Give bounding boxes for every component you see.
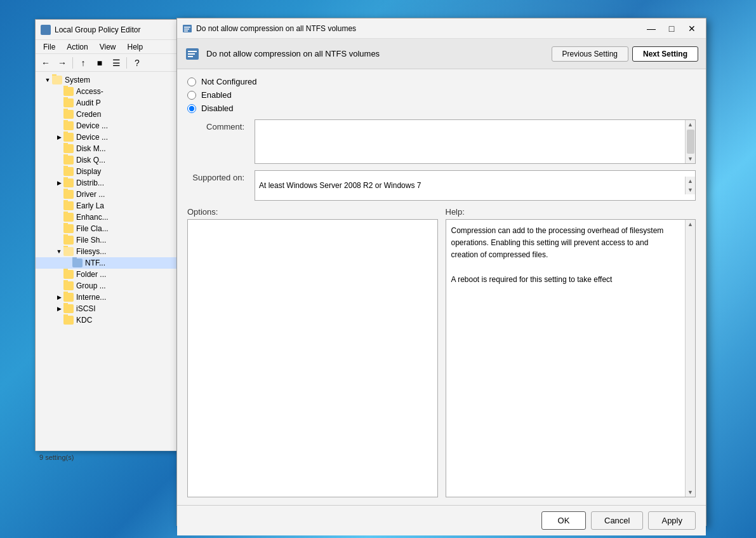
tree-label-kdc: KDC: [76, 316, 92, 325]
dialog-nav-buttons: Previous Setting Next Setting: [552, 46, 698, 62]
folder-icon-creden: [63, 110, 74, 119]
policy-dialog: Do not allow compression on all NTFS vol…: [176, 18, 706, 526]
close-button[interactable]: ✕: [683, 22, 701, 36]
up-button[interactable]: ↑: [76, 56, 91, 70]
dialog-header-title: Do not allow compression on all NTFS vol…: [206, 49, 545, 58]
folder-icon-device1: [63, 121, 74, 130]
folder-icon-filecla: [63, 224, 74, 233]
supported-scroll-up[interactable]: ▲: [686, 177, 695, 185]
options-label: Options:: [187, 207, 438, 217]
folder-icon-iscsi: [63, 304, 74, 313]
dialog-header: Do not allow compression on all NTFS vol…: [177, 39, 706, 69]
comment-section: Comment: ▲ ▼: [187, 119, 696, 164]
tree-label-diskm: Disk M...: [76, 144, 106, 153]
tree-label-system: System: [65, 76, 90, 84]
tree-label-filecla: File Cla...: [76, 224, 109, 233]
comment-label: Comment:: [187, 119, 244, 131]
supported-text: At least Windows Server 2008 R2 or Windo…: [255, 178, 685, 192]
maximize-button[interactable]: □: [663, 22, 680, 36]
tree-label-folder: Folder ...: [76, 270, 106, 279]
gpe-title: Local Group Policy Editor: [55, 25, 140, 34]
tree-label-access: Access-: [76, 87, 103, 96]
folder-icon-system: [52, 76, 62, 84]
tree-label-filesh: File Sh...: [76, 236, 106, 245]
radio-not-configured[interactable]: [187, 77, 196, 86]
tree-label-early: Early La: [76, 201, 104, 210]
radio-row-not-configured: Not Configured: [187, 77, 696, 86]
radio-row-disabled: Disabled: [187, 104, 696, 113]
folder-icon-access: [63, 87, 74, 96]
supported-section: Supported on: At least Windows Server 20…: [187, 170, 696, 201]
options-help-section: Options: Help: Compression can add to th…: [187, 207, 696, 497]
scroll-up-arrow[interactable]: ▲: [686, 120, 695, 129]
options-panel: Options:: [187, 207, 438, 497]
back-button[interactable]: ←: [38, 56, 53, 70]
folder-icon-distrib: [63, 178, 74, 187]
options-box[interactable]: [187, 219, 438, 497]
show-hide-tree[interactable]: ■: [92, 56, 107, 70]
help-line1: Compression can add to the processing ov…: [451, 226, 664, 235]
folder-icon-driver: [63, 190, 74, 199]
toolbar-sep1: [72, 57, 73, 69]
comment-scrollbar: ▲ ▼: [685, 120, 695, 163]
menu-file[interactable]: File: [38, 41, 60, 53]
prev-setting-button[interactable]: Previous Setting: [552, 46, 628, 62]
menu-help[interactable]: Help: [123, 41, 149, 53]
svg-rect-7: [188, 56, 193, 57]
svg-rect-2: [184, 29, 189, 30]
tree-label-enhanc: Enhanc...: [76, 213, 109, 222]
help-scroll-down[interactable]: ▼: [686, 488, 695, 497]
scroll-down-arrow[interactable]: ▼: [686, 154, 695, 163]
folder-icon-diskq: [63, 156, 74, 165]
cancel-button[interactable]: Cancel: [591, 511, 643, 530]
header-policy-icon: [185, 46, 200, 62]
status-text: 9 setting(s): [39, 454, 74, 461]
menu-action[interactable]: Action: [62, 41, 93, 53]
minimize-button[interactable]: —: [642, 22, 660, 36]
gpe-window-icon: [41, 25, 51, 35]
properties-button[interactable]: ☰: [109, 56, 124, 70]
radio-disabled[interactable]: [187, 104, 196, 113]
folder-icon-display: [63, 167, 74, 176]
tree-arrow-internet: ▶: [55, 294, 63, 300]
folder-icon-enhanc: [63, 213, 74, 222]
folder-icon-ntfs: [72, 259, 83, 267]
apply-button[interactable]: Apply: [648, 511, 696, 530]
comment-textarea[interactable]: [255, 120, 685, 163]
help-scroll-up[interactable]: ▲: [686, 220, 695, 229]
radio-label-enabled[interactable]: Enabled: [201, 90, 232, 100]
menu-view[interactable]: View: [95, 41, 121, 53]
supported-scrollbar: ▲ ▼: [685, 177, 695, 194]
next-setting-button[interactable]: Next Setting: [632, 46, 698, 62]
radio-label-disabled[interactable]: Disabled: [201, 104, 234, 113]
folder-icon-diskm: [63, 144, 74, 153]
folder-icon-device2: [63, 133, 74, 142]
dialog-body: Not Configured Enabled Disabled Comment:…: [177, 69, 706, 505]
help-button[interactable]: ?: [129, 56, 145, 70]
ok-button[interactable]: OK: [541, 511, 586, 530]
folder-icon-early: [63, 201, 74, 210]
help-line2: operations. Enabling this setting will p…: [451, 238, 649, 247]
help-text-content: Compression can add to the processing ov…: [446, 220, 686, 497]
dialog-footer: OK Cancel Apply: [177, 505, 706, 535]
policy-icon: [182, 24, 192, 34]
supported-scroll-down[interactable]: ▼: [686, 185, 695, 194]
help-label: Help:: [446, 207, 696, 217]
help-panel: Help: Compression can add to the process…: [446, 207, 696, 497]
tree-arrow-iscsi: ▶: [55, 306, 63, 312]
tree-label-internet: Interne...: [76, 293, 106, 302]
scroll-thumb[interactable]: [687, 130, 694, 154]
folder-icon-internet: [63, 293, 74, 302]
radio-label-not-configured[interactable]: Not Configured: [201, 77, 256, 86]
folder-icon-kdc: [63, 316, 74, 325]
tree-label-group: Group ...: [76, 281, 106, 290]
svg-rect-6: [188, 53, 195, 55]
radio-enabled[interactable]: [187, 91, 196, 100]
help-box: Compression can add to the processing ov…: [446, 219, 696, 497]
help-line3: creation of compressed files.: [451, 250, 548, 259]
tree-arrow-device2: ▶: [55, 134, 63, 140]
radio-section: Not Configured Enabled Disabled: [187, 77, 696, 113]
tree-label-iscsi: iSCSI: [76, 304, 96, 313]
forward-button[interactable]: →: [55, 56, 70, 70]
folder-icon-folder: [63, 270, 74, 279]
